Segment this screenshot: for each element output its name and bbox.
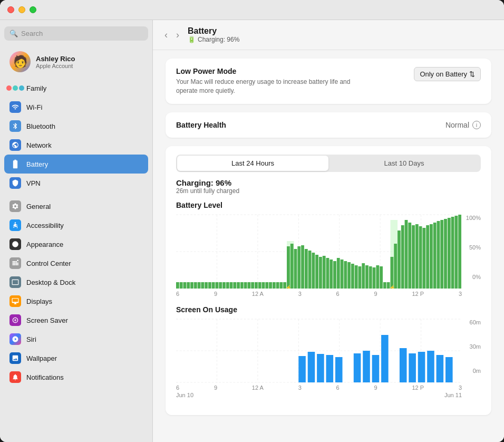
sidebar: 🔍 Search 🧑 Ashley Rico Apple Account bbox=[0, 20, 153, 442]
sidebar-item-bluetooth[interactable]: Bluetooth bbox=[4, 117, 148, 136]
low-power-title: Low Power Mode bbox=[176, 67, 414, 75]
bluetooth-icon bbox=[9, 120, 21, 132]
sidebar-item-vpn[interactable]: VPN bbox=[4, 174, 148, 193]
svg-rect-21 bbox=[212, 282, 215, 289]
main-content: ‹ › Battery 🔋 Charging: 96% bbox=[153, 20, 504, 442]
sidebar-item-screensaver[interactable]: Screen Saver bbox=[4, 311, 148, 330]
svg-text:⚡: ⚡ bbox=[285, 284, 292, 288]
sidebar-item-label-siri: Siri bbox=[26, 335, 36, 343]
svg-rect-48 bbox=[305, 249, 308, 289]
forward-button[interactable]: › bbox=[173, 28, 182, 42]
svg-rect-106 bbox=[317, 354, 324, 382]
tab-switcher: Last 24 Hours Last 10 Days bbox=[176, 155, 481, 172]
sidebar-item-general[interactable]: General bbox=[4, 197, 148, 216]
sidebar-item-label-bluetooth: Bluetooth bbox=[26, 122, 55, 130]
svg-rect-50 bbox=[312, 253, 315, 289]
svg-rect-31 bbox=[248, 282, 251, 289]
svg-rect-45 bbox=[294, 249, 297, 289]
maximize-button[interactable] bbox=[30, 6, 36, 13]
battery-health-status: Normal i bbox=[445, 121, 481, 129]
battery-level-chart-container: ⚡ ⚡ 100% 50% 0% bbox=[176, 215, 481, 297]
svg-rect-64 bbox=[362, 263, 365, 289]
sidebar-item-accessibility[interactable]: Accessibility bbox=[4, 216, 148, 235]
low-power-dropdown[interactable]: Only on Battery ⇅ bbox=[414, 67, 481, 81]
svg-rect-35 bbox=[262, 282, 265, 289]
svg-rect-109 bbox=[354, 353, 361, 382]
svg-rect-26 bbox=[230, 282, 233, 289]
svg-text:⚡: ⚡ bbox=[389, 284, 396, 288]
sidebar-item-appearance[interactable]: Appearance bbox=[4, 235, 148, 254]
battery-x-label-9a: 9 bbox=[214, 291, 217, 297]
svg-rect-14 bbox=[187, 282, 190, 289]
battery-y-label-100: 100% bbox=[466, 215, 481, 221]
svg-rect-55 bbox=[329, 260, 333, 289]
svg-rect-19 bbox=[205, 282, 208, 289]
screen-x-label-3p: 3 bbox=[459, 385, 462, 391]
svg-rect-107 bbox=[326, 355, 334, 382]
info-icon[interactable]: i bbox=[472, 121, 481, 129]
sidebar-item-controlcenter[interactable]: Control Center bbox=[4, 254, 148, 273]
svg-rect-78 bbox=[408, 223, 411, 289]
svg-rect-39 bbox=[276, 282, 279, 289]
svg-rect-91 bbox=[454, 216, 458, 289]
search-input-placeholder: Search bbox=[21, 30, 43, 37]
svg-rect-88 bbox=[444, 219, 447, 289]
battery-x-label-12p: 12 P bbox=[412, 291, 424, 297]
svg-rect-61 bbox=[351, 264, 354, 289]
wallpaper-icon bbox=[9, 352, 21, 364]
svg-rect-116 bbox=[427, 351, 434, 382]
displays-icon bbox=[9, 295, 21, 307]
svg-rect-70 bbox=[383, 282, 386, 289]
svg-rect-83 bbox=[426, 225, 429, 289]
svg-rect-108 bbox=[335, 357, 343, 382]
date-label-jun10: Jun 10 bbox=[176, 392, 444, 398]
svg-rect-105 bbox=[308, 352, 315, 382]
main-window: 🔍 Search 🧑 Ashley Rico Apple Account bbox=[0, 0, 504, 442]
sidebar-item-family[interactable]: Family bbox=[4, 79, 148, 98]
nav-buttons: ‹ › bbox=[161, 28, 182, 42]
battery-health-value: Normal bbox=[445, 121, 469, 129]
close-button[interactable] bbox=[7, 6, 14, 13]
tab-10days[interactable]: Last 10 Days bbox=[328, 156, 480, 171]
tab-24hours[interactable]: Last 24 Hours bbox=[177, 156, 328, 171]
dropdown-arrow-icon: ⇅ bbox=[469, 70, 475, 78]
svg-rect-29 bbox=[240, 282, 244, 289]
sidebar-item-label-controlcenter: Control Center bbox=[26, 260, 71, 267]
date-label-jun11: Jun 11 bbox=[444, 392, 462, 398]
sidebar-item-wallpaper[interactable]: Wallpaper bbox=[4, 349, 148, 368]
screen-x-label-12a: 12 A bbox=[252, 385, 264, 391]
sidebar-item-battery[interactable]: Battery bbox=[4, 155, 148, 174]
svg-rect-66 bbox=[369, 266, 372, 289]
svg-rect-15 bbox=[190, 282, 193, 289]
screensaver-icon bbox=[9, 314, 21, 326]
screen-x-label-12p: 12 P bbox=[412, 385, 424, 391]
sidebar-item-siri[interactable]: Siri bbox=[4, 330, 148, 349]
minimize-button[interactable] bbox=[18, 6, 25, 13]
sidebar-item-desktopdock[interactable]: Desktop & Dock bbox=[4, 273, 148, 292]
wifi-icon bbox=[9, 101, 21, 113]
screen-usage-chart-title: Screen On Usage bbox=[176, 305, 481, 314]
svg-rect-73 bbox=[391, 257, 394, 289]
sidebar-item-notifications[interactable]: Notifications bbox=[4, 368, 148, 387]
low-power-mode-card: Low Power Mode Your Mac will reduce ener… bbox=[166, 59, 491, 104]
svg-rect-22 bbox=[216, 282, 219, 289]
svg-rect-79 bbox=[412, 225, 415, 289]
sidebar-item-wifi[interactable]: Wi-Fi bbox=[4, 98, 148, 117]
svg-rect-75 bbox=[398, 230, 401, 289]
svg-rect-68 bbox=[376, 265, 379, 289]
sidebar-item-displays[interactable]: Displays bbox=[4, 292, 148, 311]
search-bar[interactable]: 🔍 Search bbox=[4, 26, 148, 41]
sidebar-item-network[interactable]: Network bbox=[4, 136, 148, 155]
svg-rect-16 bbox=[194, 282, 197, 289]
vpn-icon bbox=[9, 177, 21, 189]
svg-rect-113 bbox=[400, 348, 407, 382]
battery-health-row: Battery Health Normal i bbox=[176, 121, 481, 129]
page-header: ‹ › Battery 🔋 Charging: 96% bbox=[153, 20, 504, 50]
back-button[interactable]: ‹ bbox=[161, 28, 171, 42]
user-profile[interactable]: 🧑 Ashley Rico Apple Account bbox=[4, 47, 148, 76]
svg-rect-76 bbox=[401, 225, 404, 289]
svg-rect-60 bbox=[347, 262, 351, 289]
svg-rect-82 bbox=[422, 228, 425, 289]
svg-rect-81 bbox=[419, 226, 422, 289]
svg-rect-74 bbox=[394, 244, 397, 289]
